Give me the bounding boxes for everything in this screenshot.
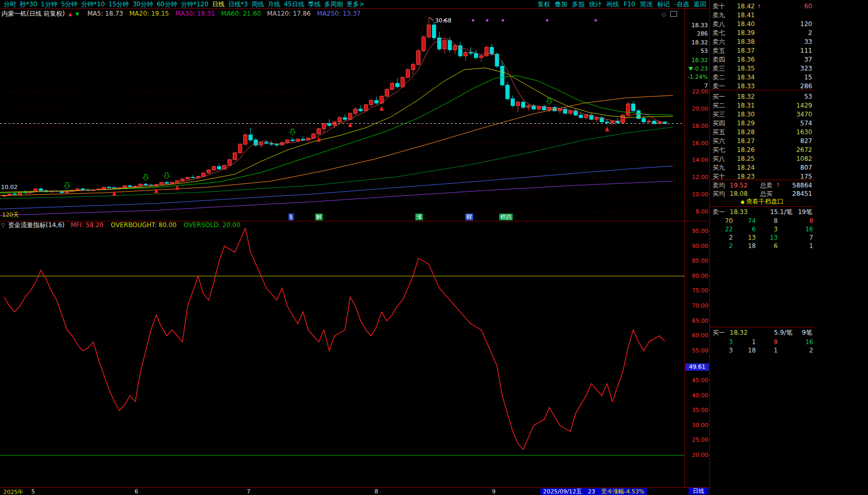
sell-queue-row[interactable]: 卖九18.41 — [710, 11, 814, 20]
queue-label: 卖七 — [713, 29, 725, 38]
toolbar-item[interactable]: 统计 — [589, 0, 601, 8]
queue-price[interactable]: 18.35 — [732, 64, 755, 73]
queue-price[interactable]: 18.38 — [732, 38, 755, 46]
sell-queue-row[interactable]: 卖六18.3833 — [710, 38, 814, 46]
queue-volume: 323 — [800, 64, 812, 73]
queue-price[interactable]: 18.30 — [732, 110, 755, 119]
queue-price[interactable]: 18.32 — [732, 92, 755, 101]
period-menu-item[interactable]: 更多> — [347, 0, 365, 8]
period-menu-item[interactable]: 15分钟 — [108, 0, 129, 8]
queue-label: 买三 — [713, 110, 725, 119]
period-menu-item[interactable]: 1分钟 — [41, 0, 57, 8]
queue-price[interactable]: 18.31 — [732, 101, 755, 110]
period-menu-item[interactable]: 日线*3 — [228, 0, 248, 8]
chart-info-bar: 内蒙一机(日线 前复权) ▲ ▼ MA5: 18.73MA20: 19.15MA… — [0, 9, 684, 18]
toolbar-item[interactable]: 多股 — [572, 0, 584, 8]
queue-price[interactable]: 18.29 — [732, 119, 755, 128]
diamond-icon[interactable]: ◇ — [662, 11, 666, 18]
order-cell: 70 — [711, 217, 733, 225]
period-menu-item[interactable]: 秒*30 — [20, 0, 37, 8]
buy-queue-row[interactable]: 买七18.262672 — [710, 146, 814, 155]
sell-queue-row[interactable]: 卖五18.37111 — [710, 46, 814, 55]
buy-queue-row[interactable]: 买九18.24807 — [710, 163, 814, 172]
toolbar-item[interactable]: 叠加 — [554, 0, 567, 8]
quote-value: -1.24% — [688, 74, 708, 80]
buy-queue-row[interactable]: 买一18.3253 — [710, 92, 814, 101]
avg-price: 19.52 — [730, 181, 748, 190]
period-menu-left: 分时秒*301分钟5分钟分钟*1015分钟30分钟60分钟分钟*120日线日线*… — [0, 0, 365, 8]
order-cell: 1 — [735, 338, 756, 346]
sell-queue-row[interactable]: 卖三18.35323 — [710, 64, 814, 73]
queue-price[interactable]: 18.34 — [732, 73, 755, 82]
collapse-icon[interactable]: ▽ — [1, 222, 5, 228]
toolbar-item[interactable]: 简况 — [640, 0, 653, 8]
buy-queue-row[interactable]: 买六18.27827 — [710, 137, 814, 146]
buy-queue-row[interactable]: 买四18.29574 — [710, 119, 814, 128]
period-menu-item[interactable]: 分钟*10 — [81, 0, 105, 8]
sell-queue-row[interactable]: 卖四18.3637 — [710, 55, 814, 64]
period-menu-item[interactable]: 多周期 — [324, 0, 343, 8]
year-label: 2025年 — [3, 488, 23, 495]
indicator-overbought-label: OVERBOUGHT: 80.00 — [111, 221, 176, 229]
queue-price[interactable]: 18.41 — [732, 11, 755, 20]
mfi-indicator-chart[interactable] — [0, 221, 684, 487]
queue-price[interactable]: 18.37 — [732, 46, 755, 55]
toolbar-item[interactable]: 标记 — [657, 0, 670, 8]
period-menu-item[interactable]: 日线 — [212, 0, 225, 8]
month-label: 6 — [135, 488, 138, 495]
queue-price[interactable]: 18.36 — [732, 55, 755, 64]
period-menu-item[interactable]: 5分钟 — [61, 0, 78, 8]
period-menu-item[interactable]: 分时 — [4, 0, 16, 8]
sell-queue-row[interactable]: 卖二18.3415 — [710, 73, 814, 82]
queue-price[interactable]: 18.28 — [732, 128, 755, 137]
main-candlestick-chart[interactable]: 30.68 — [0, 9, 684, 221]
queue-label: 卖五 — [713, 46, 725, 55]
buy-queue-row[interactable]: 买三18.303470 — [710, 110, 814, 119]
buy-queue-row[interactable]: 买五18.281630 — [710, 128, 814, 137]
current-period-chip[interactable]: 日线 — [689, 488, 708, 494]
queue-volume: 60 — [804, 2, 812, 11]
sell-queue-row[interactable]: 卖七18.392 — [710, 29, 814, 38]
sell-queue-row[interactable]: 卖十18.42↑60 — [710, 2, 814, 11]
indicator-tick: 30.00 — [692, 422, 709, 429]
period-menu-item[interactable]: 分钟*120 — [181, 0, 209, 8]
queue-price[interactable]: 18.25 — [732, 155, 755, 163]
buy1-deal-row: 买一18.325.9/笔9笔 — [710, 329, 814, 337]
toolbar-item[interactable]: 返回 — [694, 0, 706, 8]
queue-divider — [710, 180, 814, 180]
order-cell: 2 — [711, 242, 733, 250]
toolbar-item[interactable]: 复权 — [537, 0, 550, 8]
period-menu-item[interactable]: 月线 — [268, 0, 280, 8]
queue-price[interactable]: 18.40 — [732, 20, 755, 29]
period-menu-item[interactable]: 30分钟 — [132, 0, 153, 8]
queue-price[interactable]: 18.24 — [732, 163, 755, 172]
period-menu-item[interactable]: 60分钟 — [156, 0, 177, 8]
indicator-mfi-value: MFI: 58.20 — [70, 221, 103, 229]
queue-volume: 807 — [800, 163, 812, 172]
queue-price[interactable]: 18.39 — [732, 29, 755, 38]
buy-queue-row[interactable]: 买八18.251082 — [710, 155, 814, 163]
queue-volume: 2 — [808, 29, 812, 38]
stock-title: 内蒙一机(日线 前复权) — [2, 10, 65, 17]
queue-volume: 574 — [800, 119, 812, 128]
period-menu-item[interactable]: 周线 — [251, 0, 264, 8]
maximize-icon[interactable] — [670, 11, 677, 17]
indicator-header: ▽ 资金流量指标(14,6) MFI: 58.20 OVERBOUGHT: 80… — [0, 221, 684, 229]
date-info-chip: 2025/09/12五 23 至今涨幅-4.53% — [540, 488, 647, 495]
queue-label: 卖九 — [713, 11, 725, 20]
order-cell: 6 — [735, 226, 756, 233]
toolbar-item[interactable]: -自选 — [674, 0, 689, 8]
view-full-depth-button[interactable]: ◆查看千档盘口 — [710, 198, 814, 206]
queue-price[interactable]: 18.26 — [732, 146, 755, 155]
buy-queue-row[interactable]: 买二18.311429 — [710, 101, 814, 110]
period-menu-item[interactable]: 季线 — [308, 0, 321, 8]
sell-queue-row[interactable]: 卖八18.40120 — [710, 20, 814, 29]
toolbar-item[interactable]: F10 — [623, 0, 635, 8]
queue-price[interactable]: 18.42 — [732, 2, 755, 11]
queue-volume: 3470 — [796, 110, 812, 119]
indicator-name[interactable]: 资金流量指标(14,6) — [8, 221, 65, 229]
queue-price[interactable]: 18.27 — [732, 137, 755, 146]
period-menu-item[interactable]: 45日线 — [284, 0, 304, 8]
order-cell: 74 — [735, 217, 756, 225]
toolbar-item[interactable]: 画线 — [606, 0, 619, 8]
